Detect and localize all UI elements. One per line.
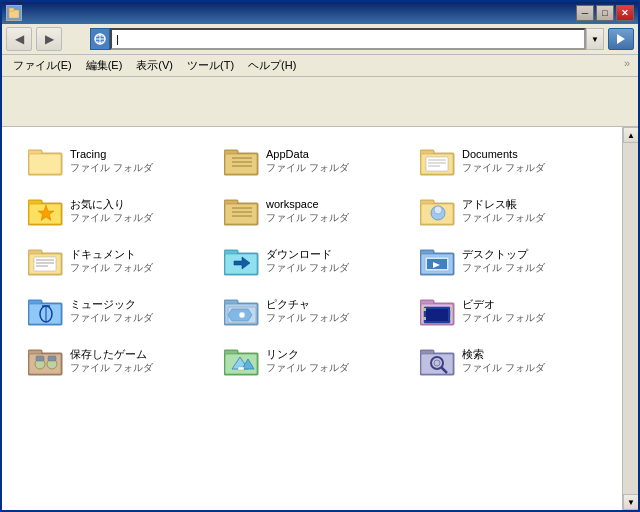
- file-type: ファイル フォルダ: [70, 361, 153, 374]
- folder-icon: [224, 345, 260, 377]
- folder-icon: [420, 345, 456, 377]
- breadcrumb-area: [2, 77, 638, 127]
- file-info: アドレス帳 ファイル フォルダ: [462, 195, 545, 224]
- svg-rect-86: [238, 367, 244, 370]
- file-info: ビデオ ファイル フォルダ: [462, 295, 545, 324]
- svg-point-35: [434, 206, 442, 214]
- file-name: AppData: [266, 147, 349, 161]
- close-button[interactable]: ✕: [616, 5, 634, 21]
- folder-icon: [420, 245, 456, 277]
- file-name: ダウンロード: [266, 247, 349, 261]
- list-item[interactable]: Documents ファイル フォルダ: [414, 141, 602, 187]
- list-item[interactable]: Tracing ファイル フォルダ: [22, 141, 210, 187]
- folder-icon: [28, 145, 64, 177]
- list-item[interactable]: お気に入り ファイル フォルダ: [22, 191, 210, 237]
- menu-file[interactable]: ファイル(E): [10, 57, 75, 74]
- list-item[interactable]: ダウンロード ファイル フォルダ: [218, 241, 406, 287]
- svg-rect-27: [225, 204, 257, 224]
- svg-rect-55: [29, 304, 61, 324]
- svg-rect-7: [29, 154, 61, 174]
- maximize-button[interactable]: □: [596, 5, 614, 21]
- folder-icon: [28, 295, 64, 327]
- svg-rect-1: [9, 8, 14, 11]
- scroll-track[interactable]: [623, 143, 638, 494]
- list-item[interactable]: workspace ファイル フォルダ: [218, 191, 406, 237]
- file-type: ファイル フォルダ: [70, 161, 153, 174]
- title-controls: ─ □ ✕: [576, 5, 634, 21]
- file-info: workspace ファイル フォルダ: [266, 195, 349, 224]
- file-type: ファイル フォルダ: [266, 161, 349, 174]
- file-info: ドキュメント ファイル フォルダ: [70, 245, 153, 274]
- menu-edit[interactable]: 編集(E): [83, 57, 126, 74]
- file-name: お気に入り: [70, 197, 153, 211]
- scroll-down-button[interactable]: ▼: [623, 494, 638, 510]
- folder-icon: [28, 195, 64, 227]
- folder-icon: [28, 245, 64, 277]
- svg-rect-10: [225, 154, 257, 174]
- folder-icon: [28, 345, 64, 377]
- svg-rect-69: [426, 309, 448, 321]
- minimize-button[interactable]: ─: [576, 5, 594, 21]
- folder-icon: [224, 245, 260, 277]
- list-item[interactable]: デスクトップ ファイル フォルダ: [414, 241, 602, 287]
- file-name: リンク: [266, 347, 349, 361]
- svg-rect-39: [34, 257, 56, 271]
- file-type: ファイル フォルダ: [266, 211, 349, 224]
- back-button[interactable]: ◀: [6, 27, 32, 51]
- forward-button[interactable]: ▶: [36, 27, 62, 51]
- file-name: 保存したゲーム: [70, 347, 153, 361]
- title-bar: ─ □ ✕: [2, 2, 638, 24]
- main-window: ─ □ ✕ ◀ ▶ ▼: [0, 0, 640, 512]
- list-item[interactable]: ビデオ ファイル フォルダ: [414, 291, 602, 337]
- file-name: ドキュメント: [70, 247, 153, 261]
- svg-rect-72: [450, 308, 453, 311]
- file-info: ダウンロード ファイル フォルダ: [266, 245, 349, 274]
- list-item[interactable]: AppData ファイル フォルダ: [218, 141, 406, 187]
- svg-rect-73: [450, 317, 453, 320]
- file-name: アドレス帳: [462, 197, 545, 211]
- file-info: AppData ファイル フォルダ: [266, 145, 349, 174]
- address-dropdown[interactable]: ▼: [586, 28, 604, 50]
- window-icon: [6, 5, 22, 21]
- scrollbar-vertical[interactable]: ▲ ▼: [622, 127, 638, 510]
- svg-point-64: [239, 312, 245, 318]
- menu-chevron[interactable]: »: [624, 57, 630, 74]
- list-item[interactable]: ドキュメント ファイル フォルダ: [22, 241, 210, 287]
- list-item[interactable]: アドレス帳 ファイル フォルダ: [414, 191, 602, 237]
- menu-help[interactable]: ヘルプ(H): [245, 57, 299, 74]
- file-name: ピクチャ: [266, 297, 349, 311]
- file-type: ファイル フォルダ: [70, 211, 153, 224]
- list-item[interactable]: 保存したゲーム ファイル フォルダ: [22, 341, 210, 387]
- folder-icon: [420, 295, 456, 327]
- file-info: デスクトップ ファイル フォルダ: [462, 245, 545, 274]
- svg-rect-17: [426, 157, 448, 171]
- svg-rect-71: [423, 317, 426, 320]
- toolbar: ◀ ▶ ▼: [2, 24, 638, 55]
- file-info: お気に入り ファイル フォルダ: [70, 195, 153, 224]
- go-button[interactable]: [608, 28, 634, 50]
- file-name: デスクトップ: [462, 247, 545, 261]
- file-type: ファイル フォルダ: [70, 261, 153, 274]
- file-type: ファイル フォルダ: [462, 311, 545, 324]
- title-bar-left: [6, 5, 22, 21]
- menu-view[interactable]: 表示(V): [133, 57, 176, 74]
- scroll-up-button[interactable]: ▲: [623, 127, 638, 143]
- menu-tools[interactable]: ツール(T): [184, 57, 237, 74]
- svg-rect-70: [423, 308, 426, 311]
- file-info: ピクチャ ファイル フォルダ: [266, 295, 349, 324]
- list-item[interactable]: 検索 ファイル フォルダ: [414, 341, 602, 387]
- file-type: ファイル フォルダ: [70, 311, 153, 324]
- file-name: ミュージック: [70, 297, 153, 311]
- file-grid: Tracing ファイル フォルダ: [18, 137, 606, 391]
- file-name: Documents: [462, 147, 545, 161]
- address-input[interactable]: [110, 28, 586, 50]
- list-item[interactable]: ピクチャ ファイル フォルダ: [218, 291, 406, 337]
- file-type: ファイル フォルダ: [266, 311, 349, 324]
- list-item[interactable]: リンク ファイル フォルダ: [218, 341, 406, 387]
- folder-icon: [224, 145, 260, 177]
- file-info: 保存したゲーム ファイル フォルダ: [70, 345, 153, 374]
- file-type: ファイル フォルダ: [462, 211, 545, 224]
- file-info: ミュージック ファイル フォルダ: [70, 295, 153, 324]
- forward-icon: ▶: [45, 32, 54, 46]
- list-item[interactable]: ミュージック ファイル フォルダ: [22, 291, 210, 337]
